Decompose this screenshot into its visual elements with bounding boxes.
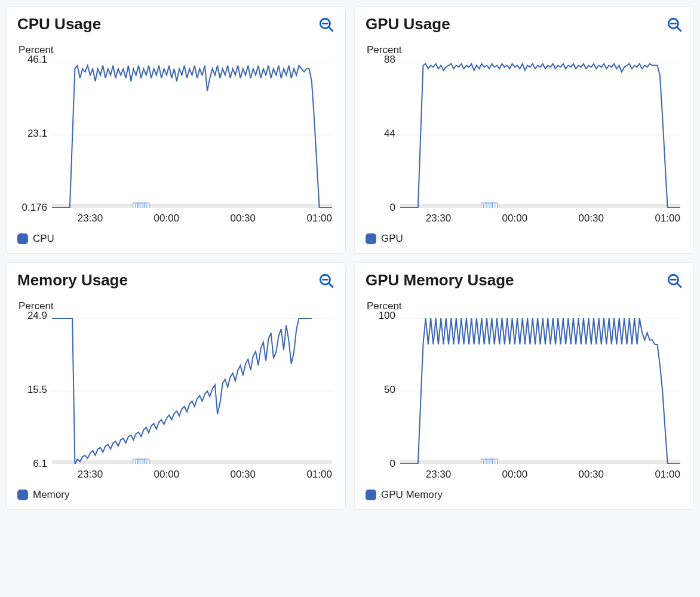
y-tick-label: 15.5	[17, 384, 47, 396]
svg-line-23	[329, 283, 333, 287]
legend-swatch	[17, 233, 28, 244]
svg-line-12	[677, 27, 681, 30]
panel-title: GPU Memory Usage	[366, 271, 514, 290]
x-tick-label: 23:30	[78, 469, 103, 481]
legend[interactable]: Memory	[17, 489, 334, 501]
x-tick-label: 00:30	[578, 469, 604, 481]
y-tick-label: 23.1	[17, 128, 47, 140]
legend[interactable]: GPU	[366, 233, 683, 245]
x-tick-label: 23:30	[78, 213, 103, 224]
x-tick-label: 00:00	[502, 469, 528, 481]
dashboard-grid: CPU Usage Percent 46.123.10.176 23:3000:…	[0, 0, 700, 516]
y-tick-label: 24.9	[17, 310, 47, 322]
panel-title: CPU Usage	[17, 15, 101, 33]
y-tick-label: 46.1	[17, 54, 47, 66]
zoom-out-icon[interactable]	[666, 272, 683, 289]
x-tick-label: 00:30	[230, 213, 256, 224]
y-axis-label: Percent	[367, 44, 683, 56]
y-tick-label: 50	[366, 384, 395, 396]
zoom-out-icon[interactable]	[666, 16, 683, 33]
legend-label: CPU	[33, 233, 54, 245]
chart-area[interactable]: 88440 23:3000:0000:3001:00	[366, 60, 683, 227]
legend-label: GPU	[381, 233, 403, 245]
legend-swatch	[17, 490, 28, 500]
panel-mem: Memory Usage Percent 24.915.56.1 23:3000…	[6, 262, 346, 510]
legend-swatch	[366, 490, 376, 500]
legend-label: Memory	[33, 489, 69, 501]
zoom-out-icon[interactable]	[318, 16, 334, 33]
x-tick-label: 01:00	[306, 469, 332, 481]
svg-rect-5	[52, 204, 332, 208]
y-axis-label: Percent	[367, 300, 683, 312]
chart-area[interactable]: 24.915.56.1 23:3000:0000:3001:00	[17, 316, 334, 483]
y-axis-label: Percent	[19, 44, 334, 56]
x-tick-label: 23:30	[426, 213, 452, 224]
x-tick-label: 00:30	[578, 213, 604, 224]
x-tick-label: 23:30	[426, 469, 452, 481]
x-tick-label: 01:00	[655, 469, 680, 481]
legend-swatch	[366, 233, 376, 244]
y-tick-label: 88	[366, 54, 395, 66]
chart-area[interactable]: 100500 23:3000:0000:3001:00	[366, 316, 683, 483]
x-tick-label: 01:00	[306, 213, 332, 224]
y-axis-label: Percent	[19, 300, 334, 312]
legend[interactable]: CPU	[17, 233, 334, 245]
x-tick-label: 01:00	[655, 213, 680, 224]
y-tick-label: 44	[366, 128, 395, 140]
y-tick-label: 0	[366, 202, 395, 214]
panel-title: GPU Usage	[366, 15, 450, 33]
svg-rect-16	[400, 204, 680, 208]
legend-label: GPU Memory	[381, 489, 443, 501]
legend[interactable]: GPU Memory	[366, 489, 683, 501]
x-tick-label: 00:30	[230, 469, 256, 481]
zoom-out-icon[interactable]	[318, 272, 334, 289]
y-tick-label: 100	[366, 310, 395, 322]
chart-area[interactable]: 46.123.10.176 23:3000:0000:3001:00	[17, 60, 334, 227]
y-tick-label: 0	[366, 458, 395, 470]
svg-rect-27	[52, 460, 332, 464]
y-tick-label: 0.176	[17, 202, 47, 214]
x-tick-label: 00:00	[502, 213, 528, 224]
x-tick-label: 00:00	[154, 469, 180, 481]
panel-gpu: GPU Usage Percent 88440 23:3000:0000:300…	[354, 6, 694, 254]
panel-title: Memory Usage	[17, 271, 128, 290]
svg-line-34	[677, 283, 681, 287]
y-tick-label: 6.1	[17, 458, 47, 470]
panel-cpu: CPU Usage Percent 46.123.10.176 23:3000:…	[6, 6, 346, 254]
svg-rect-38	[400, 460, 680, 464]
panel-gpumem: GPU Memory Usage Percent 100500 23:3000:…	[354, 262, 694, 510]
x-tick-label: 00:00	[154, 213, 180, 224]
svg-line-1	[329, 27, 333, 30]
